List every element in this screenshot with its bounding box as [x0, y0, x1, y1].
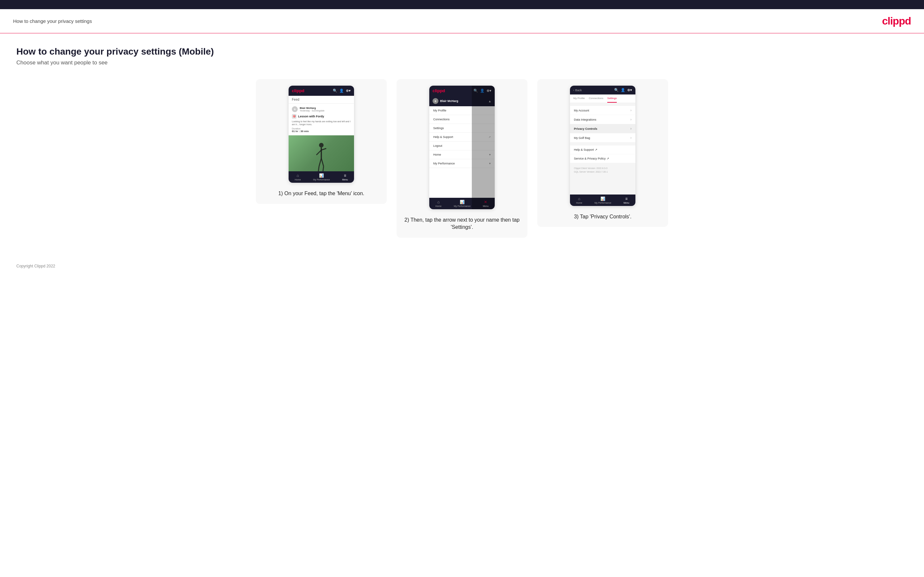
user-icon: 👤 [339, 89, 344, 93]
logout-label: Logout [433, 144, 443, 147]
home-icon: ⌂ [296, 173, 299, 178]
help-support-label: Help & Support [433, 135, 453, 139]
feed-label: Feed [289, 96, 354, 104]
page-title: How to change your privacy settings (Mob… [16, 47, 908, 57]
svg-point-0 [319, 143, 324, 147]
menu-avatar: B [433, 98, 438, 104]
header-title: How to change your privacy settings [13, 18, 92, 24]
post-username: Blair McHarg [300, 106, 325, 110]
tab-my-profile[interactable]: My Profile [573, 95, 585, 103]
menu-icon-3: ≡ [625, 197, 628, 201]
step-1-card: clippd 🔍 👤 ⊕▾ Feed B Blair McHarg [256, 79, 387, 204]
tab-settings[interactable]: Settings [607, 95, 617, 103]
post-user-row: B Blair McHarg Yesterday · Sunningdale [292, 106, 351, 112]
nav-menu-label: Menu [342, 179, 348, 181]
svg-line-6 [318, 166, 319, 171]
svg-line-7 [323, 166, 324, 171]
my-account-label: My Account [574, 109, 589, 112]
phone-1-mockup: clippd 🔍 👤 ⊕▾ Feed B Blair McHarg [289, 85, 354, 183]
user-icon-3: 👤 [621, 88, 625, 92]
post-date: Yesterday · Sunningdale [300, 110, 325, 112]
settings-help-support[interactable]: Help & Support ↗ [570, 145, 635, 154]
steps-container: clippd 🔍 👤 ⊕▾ Feed B Blair McHarg [16, 79, 908, 238]
nav-menu-3: ≡ Menu [624, 197, 630, 204]
overlay-right [472, 85, 495, 209]
svg-line-5 [321, 158, 324, 166]
phone-1-logo: clippd [292, 88, 304, 93]
svg-line-4 [319, 158, 321, 166]
golfer-silhouette [313, 142, 330, 171]
search-icon-3: 🔍 [614, 88, 619, 92]
step-3-caption: 3) Tap 'Privacy Controls'. [574, 213, 632, 220]
footer: Copyright Clippd 2022 [0, 257, 924, 275]
phone-1-header: clippd 🔍 👤 ⊕▾ [289, 85, 354, 96]
version-info: Clippd Client Version: 2022.8.3-3 GQL Se… [570, 163, 635, 177]
my-account-chevron: › [630, 108, 632, 112]
nav-home: ⌂ Home [295, 173, 301, 181]
page-subtitle: Choose what you want people to see [16, 60, 908, 66]
step-3-card: ‹ Back 🔍 👤 ⊕▾ My Profile Connections Set… [537, 79, 668, 227]
phone-3-mockup: ‹ Back 🔍 👤 ⊕▾ My Profile Connections Set… [570, 85, 635, 206]
connections-label: Connections [433, 118, 449, 121]
settings-data-integrations[interactable]: Data Integrations › [570, 115, 635, 124]
settings-privacy-controls[interactable]: Privacy Controls › [570, 124, 635, 133]
back-chevron-icon: ‹ [573, 89, 574, 92]
home-icon-3: ⌂ [578, 197, 580, 201]
header: How to change your privacy settings clip… [0, 9, 924, 33]
phone-1-icons: 🔍 👤 ⊕▾ [333, 89, 351, 93]
nav-menu-label-3: Menu [624, 202, 630, 204]
svg-line-3 [321, 148, 326, 150]
main-content: How to change your privacy settings (Mob… [0, 33, 924, 257]
nav-perf-menu-label: My Performance [433, 162, 455, 165]
nav-home-label: Home [295, 179, 301, 181]
post-1: B Blair McHarg Yesterday · Sunningdale 🎯… [289, 104, 354, 135]
settings-icon: ⊕▾ [346, 89, 351, 93]
settings-label: Settings [433, 127, 444, 130]
privacy-controls-chevron: › [630, 127, 632, 131]
data-integrations-label: Data Integrations [574, 118, 596, 121]
nav-home-3: ⌂ Home [576, 197, 582, 204]
phone-1-bottom-nav: ⌂ Home 📊 My Performance ≡ Menu [289, 171, 354, 183]
step-2-card: clippd 🔍 👤 ⊕▾ B Blair McHarg ▲ [397, 79, 527, 238]
chart-icon-3: 📊 [600, 197, 605, 201]
settings-my-account[interactable]: My Account › [570, 106, 635, 115]
copyright-text: Copyright Clippd 2022 [16, 264, 55, 268]
golfer-image [289, 135, 354, 171]
post-text: Looking to feel like my hands are exitin… [292, 120, 351, 126]
service-privacy-label: Service & Privacy Policy ↗ [574, 157, 609, 160]
nav-home-menu-label: Home [433, 153, 441, 156]
settings-service-privacy[interactable]: Service & Privacy Policy ↗ [570, 154, 635, 163]
settings-icon-3: ⊕▾ [627, 88, 632, 92]
my-golf-bag-chevron: › [630, 136, 632, 140]
settings-my-golf-bag[interactable]: My Golf Bag › [570, 134, 635, 142]
step-2-caption: 2) Then, tap the arrow next to your name… [403, 216, 521, 231]
menu-icon: ≡ [344, 173, 346, 178]
privacy-controls-label: Privacy Controls [574, 127, 598, 131]
phone-3-icons: 🔍 👤 ⊕▾ [614, 88, 632, 92]
tab-connections[interactable]: Connections [589, 95, 603, 103]
step-1-caption: 1) On your Feed, tap the 'Menu' icon. [278, 190, 364, 197]
my-profile-label: My Profile [433, 109, 446, 112]
nav-menu: ≡ Menu [342, 173, 348, 181]
menu-username: B Blair McHarg [433, 98, 459, 104]
nav-performance-label-2: My Performance [454, 205, 470, 207]
phone-3-bottom-nav: ⌂ Home 📊 My Performance ≡ Menu [570, 195, 635, 206]
chart-icon: 📊 [319, 173, 324, 178]
settings-body: My Account › Data Integrations › Privacy… [570, 103, 635, 195]
search-icon: 🔍 [333, 89, 338, 93]
duration-value: 01 hr : 30 min [292, 130, 351, 133]
nav-home-2: ⌂ Home [436, 200, 442, 207]
nav-home-label-3: Home [576, 202, 582, 204]
home-icon-2: ⌂ [437, 200, 439, 204]
phone-3-header: ‹ Back 🔍 👤 ⊕▾ [570, 85, 635, 95]
nav-home-label-2: Home [436, 205, 442, 207]
svg-line-2 [317, 150, 321, 155]
nav-performance-label-3: My Performance [594, 202, 611, 204]
client-version: Clippd Client Version: 2022.8.3-3 [574, 166, 632, 170]
post-title-row: 🎯 Lesson with Fordy [292, 114, 351, 119]
gql-version: GQL Server Version: 2022.7.30-1 [574, 170, 632, 174]
settings-tabs: My Profile Connections Settings [570, 95, 635, 103]
help-support-settings-label: Help & Support ↗ [574, 148, 598, 152]
nav-performance-label: My Performance [313, 179, 330, 181]
phone-2-logo: clippd [433, 88, 445, 93]
